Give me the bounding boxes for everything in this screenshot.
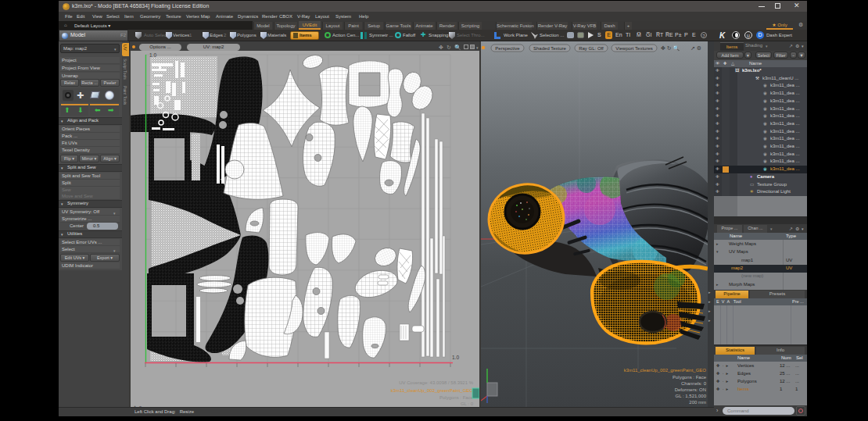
svg-text:✥ ↻ 🔍: ✥ ↻ 🔍 bbox=[661, 45, 680, 52]
svg-text:Polygons : Face: Polygons : Face bbox=[439, 395, 474, 400]
svg-text:Channels: 0: Channels: 0 bbox=[681, 381, 707, 386]
svg-text:1.0: 1.0 bbox=[452, 355, 459, 360]
svg-text:Viewport Textures: Viewport Textures bbox=[615, 46, 652, 51]
svg-text:UV Coverage: 43.0098 / 58.3921: UV Coverage: 43.0098 / 58.3921 % bbox=[399, 380, 473, 385]
svg-text:200 mm: 200 mm bbox=[689, 400, 706, 405]
svg-text:Perspective: Perspective bbox=[495, 46, 520, 51]
svg-text:Polygons : Face: Polygons : Face bbox=[673, 375, 707, 380]
svg-text:1.0: 1.0 bbox=[149, 52, 156, 58]
svg-text:k3m11_cleanUp_002_greenPaint_G: k3m11_cleanUp_002_greenPaint_GEO bbox=[391, 388, 474, 393]
svg-text:Ray GL: Off: Ray GL: Off bbox=[579, 46, 604, 51]
svg-text:k3m11_cleanUp_002_greenPaint_G: k3m11_cleanUp_002_greenPaint_GEO bbox=[624, 368, 707, 373]
svg-text:Deformers: ON: Deformers: ON bbox=[675, 387, 706, 392]
svg-text:Shaded Texture: Shaded Texture bbox=[533, 46, 567, 51]
svg-text:↗ ⚙: ↗ ⚙ bbox=[690, 45, 701, 51]
svg-text:GL : 0: GL : 0 bbox=[461, 401, 474, 406]
svg-text:✥ ⚙: ✥ ⚙ bbox=[133, 405, 142, 407]
svg-text:GL : 1,521,000: GL : 1,521,000 bbox=[676, 394, 707, 398]
